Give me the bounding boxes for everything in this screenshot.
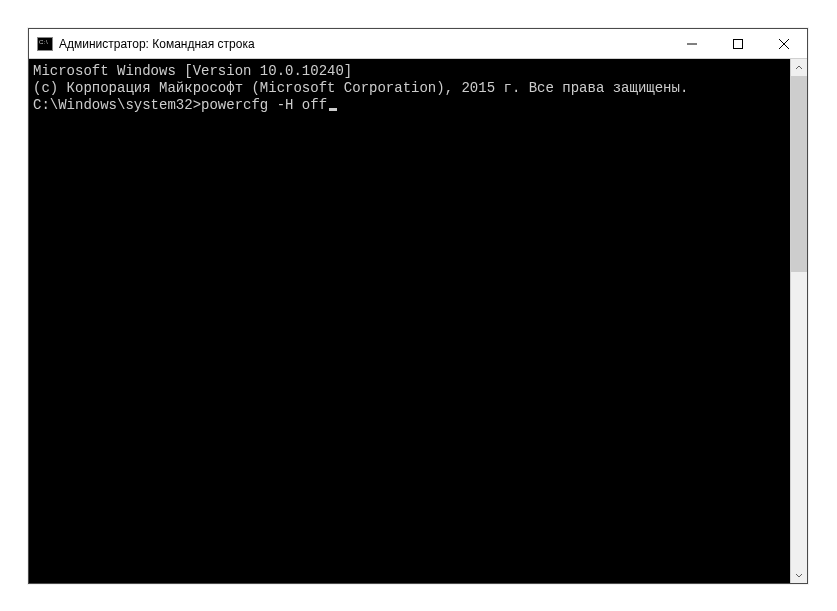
scroll-up-button[interactable] [791, 59, 807, 76]
console-prompt: C:\Windows\system32> [33, 97, 201, 114]
maximize-icon [733, 39, 743, 49]
console-line-copyright: (c) Корпорация Майкрософт (Microsoft Cor… [33, 80, 786, 97]
scroll-track[interactable] [791, 76, 807, 566]
minimize-icon [687, 39, 697, 49]
cmd-icon: C:\ [37, 37, 53, 51]
background-stripe [811, 30, 837, 611]
maximize-button[interactable] [715, 29, 761, 58]
console-area: Microsoft Windows [Version 10.0.10240](c… [29, 59, 807, 583]
text-cursor [329, 108, 337, 111]
titlebar[interactable]: C:\ Администратор: Командная строка [29, 29, 807, 59]
window-controls [669, 29, 807, 58]
chevron-up-icon [795, 64, 803, 72]
minimize-button[interactable] [669, 29, 715, 58]
scroll-thumb[interactable] [791, 76, 807, 272]
close-icon [779, 39, 789, 49]
window-title: Администратор: Командная строка [59, 37, 669, 51]
close-button[interactable] [761, 29, 807, 58]
scroll-down-button[interactable] [791, 566, 807, 583]
vertical-scrollbar[interactable] [790, 59, 807, 583]
svg-rect-1 [734, 39, 743, 48]
console-command: powercfg -H off [201, 97, 327, 114]
command-prompt-window: C:\ Администратор: Командная строка [28, 28, 808, 584]
console-output[interactable]: Microsoft Windows [Version 10.0.10240](c… [29, 59, 790, 583]
console-line-version: Microsoft Windows [Version 10.0.10240] [33, 63, 786, 80]
console-prompt-line: C:\Windows\system32>powercfg -H off [33, 97, 786, 114]
chevron-down-icon [795, 571, 803, 579]
